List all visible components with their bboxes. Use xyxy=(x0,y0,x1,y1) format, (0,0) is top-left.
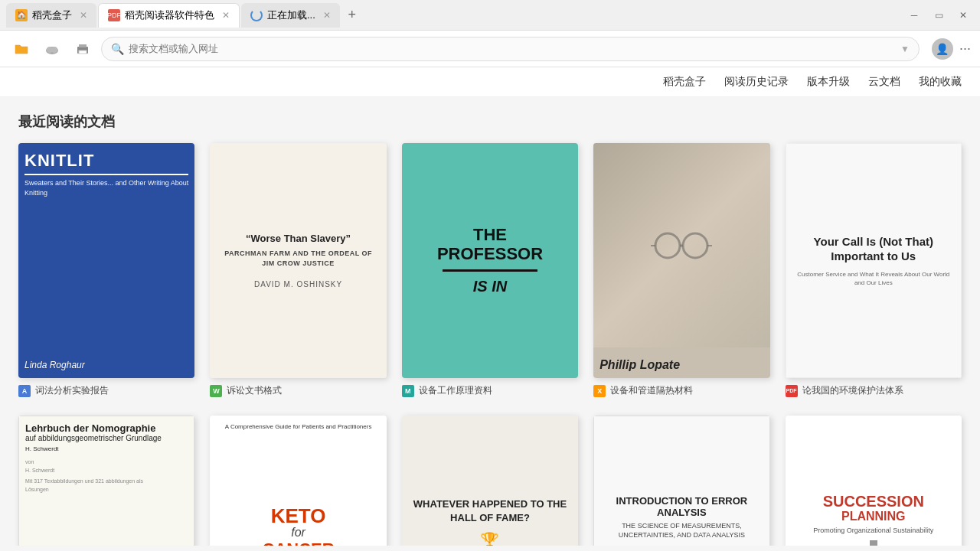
lehrbuch-subtitle: auf abbildungsgeometrischer Grundlage xyxy=(25,434,188,442)
intro-sub: THE SCIENCE OF MEASUREMENTS, UNCERTAINTI… xyxy=(603,521,760,540)
nav-item-history[interactable]: 阅读历史记录 xyxy=(724,75,789,89)
book-item-worse[interactable]: “Worse Than Slavery” Parchman Farm and t… xyxy=(210,143,386,397)
book-cover-professor: THE PROFESSOR IS IN xyxy=(402,143,578,378)
nav-item-home[interactable]: 稻壳盒子 xyxy=(663,75,706,89)
book-item-professor[interactable]: THE PROFESSOR IS IN M 设备工作原理资料 xyxy=(402,143,578,397)
folder-button[interactable] xyxy=(9,37,34,61)
book-item-lopate[interactable]: Phillip Lopate X 设备和管道隔热材料 xyxy=(593,143,769,397)
book-item-yourcall[interactable]: Your Call Is (Not That) Important to Us … xyxy=(786,143,962,397)
book-cover-succession: SUCCESSION PLANNING Promoting Organizati… xyxy=(786,416,962,546)
lehrbuch-author: H. Schwerdt xyxy=(25,445,188,452)
keto-title: KETO xyxy=(216,506,380,526)
file-icon-knitlit: A xyxy=(18,385,31,397)
book-title-lopate: 设备和管道隔热材料 xyxy=(610,384,693,397)
intro-title: INTRODUCTION TO ERROR ANALYSIS xyxy=(603,495,760,518)
tab-loading-icon xyxy=(250,9,263,21)
book-cover-lehrbuch: Lehrbuch der Nomographie auf abbildungsg… xyxy=(18,416,194,546)
keto-guide: A Comprehensive Guide for Patients and P… xyxy=(216,423,380,430)
book-item-knitlit[interactable]: KNITLIT Sweaters and Their Stories... an… xyxy=(18,143,194,397)
book-item-succession[interactable]: SUCCESSION PLANNING Promoting Organizati… xyxy=(786,416,962,546)
file-icon-lopate: X xyxy=(593,385,606,397)
book-grid-row2: Lehrbuch der Nomographie auf abbildungsg… xyxy=(18,416,962,546)
folder-icon xyxy=(15,43,28,55)
book-item-lehrbuch[interactable]: Lehrbuch der Nomographie auf abbildungsg… xyxy=(18,416,194,546)
book-cover-whatever: WHATEVER HAPPENED TO THE HALL OF FAME? 🏆… xyxy=(402,416,578,546)
search-bar[interactable]: 🔍 ▼ xyxy=(101,37,920,61)
book-label-professor: M 设备工作原理资料 xyxy=(402,384,578,397)
glasses-svg xyxy=(651,230,712,261)
svg-rect-5 xyxy=(79,51,87,54)
book-title-worse: 诉讼文书格式 xyxy=(227,384,282,397)
knitlit-title: KNITLIT xyxy=(24,151,188,175)
nav-item-favorites[interactable]: 我的收藏 xyxy=(919,75,962,89)
nav-item-upgrade[interactable]: 版本升级 xyxy=(807,75,850,89)
book-title-yourcall: 论我国的环境保护法体系 xyxy=(802,384,903,397)
knitlit-subtitle: Sweaters and Their Stories... and Other … xyxy=(24,178,188,197)
worse-subtitle: Parchman Farm and the Ordeal of Jim Crow… xyxy=(219,249,377,268)
search-icon: 🔍 xyxy=(111,43,124,55)
book-item-whatever[interactable]: WHATEVER HAPPENED TO THE HALL OF FAME? 🏆… xyxy=(402,416,578,546)
maximize-button[interactable]: ▭ xyxy=(928,7,949,24)
search-input[interactable] xyxy=(129,43,896,54)
book-label-yourcall: PDF 论我国的环境保护法体系 xyxy=(786,384,962,397)
professor-line2: PROFESSOR xyxy=(437,245,543,263)
book-item-intro[interactable]: INTRODUCTION TO ERROR ANALYSIS THE SCIEN… xyxy=(593,416,769,546)
cloud-button[interactable] xyxy=(40,37,64,61)
worse-title: “Worse Than Slavery” xyxy=(246,233,351,244)
keto-for: for xyxy=(216,526,380,540)
professor-bar xyxy=(443,269,537,272)
keto-cancer: CANCER xyxy=(216,540,380,546)
tab-reader-close[interactable]: ✕ xyxy=(222,10,230,21)
more-button[interactable]: ··· xyxy=(959,41,971,57)
avatar[interactable]: 👤 xyxy=(932,38,953,60)
book-cover-lopate: Phillip Lopate xyxy=(593,143,769,378)
yourcall-sub: Customer Service and What It Reveals Abo… xyxy=(794,270,953,287)
book-grid-row1: KNITLIT Sweaters and Their Stories... an… xyxy=(18,143,962,397)
yourcall-title: Your Call Is (Not That) Important to Us xyxy=(794,234,953,264)
tab-home-icon: 🏠 xyxy=(15,9,28,21)
window-controls: ─ ▭ ✕ xyxy=(903,7,974,24)
close-button[interactable]: ✕ xyxy=(952,7,974,24)
section-title: 最近阅读的文档 xyxy=(18,112,962,131)
cloud-icon xyxy=(44,43,60,55)
tab-loading-close[interactable]: ✕ xyxy=(323,10,331,21)
search-dropdown-icon[interactable]: ▼ xyxy=(900,44,910,54)
professor-line1: THE xyxy=(473,226,507,244)
print-icon xyxy=(76,43,90,55)
tab-home-close[interactable]: ✕ xyxy=(80,10,87,21)
succession-image xyxy=(851,540,897,546)
book-cover-knitlit: KNITLIT Sweaters and Their Stories... an… xyxy=(18,143,194,378)
svg-point-7 xyxy=(683,233,707,258)
book-title-professor: 设备工作原理资料 xyxy=(419,384,492,397)
knitlit-author: Linda Roghaur xyxy=(24,360,188,370)
book-cover-keto: A Comprehensive Guide for Patients and P… xyxy=(210,416,386,546)
content-area: 最近阅读的文档 KNITLIT Sweaters and Their Stori… xyxy=(0,97,980,546)
tab-home-label: 稻壳盒子 xyxy=(32,8,72,22)
book-label-lopate: X 设备和管道隔热材料 xyxy=(593,384,769,397)
whatever-title: WHATEVER HAPPENED TO THE HALL OF FAME? xyxy=(410,497,570,525)
tab-reader-icon: PDF xyxy=(108,9,120,21)
book-cover-yourcall: Your Call Is (Not That) Important to Us … xyxy=(786,143,962,378)
minimize-button[interactable]: ─ xyxy=(903,7,925,24)
tab-reader[interactable]: PDF 稻壳阅读器软件特色 ✕ xyxy=(98,3,240,28)
svg-point-6 xyxy=(655,233,680,258)
tab-loading[interactable]: 正在加载... ✕ xyxy=(241,3,340,28)
file-icon-yourcall: PDF xyxy=(786,385,798,397)
succession-planning: PLANNING xyxy=(841,510,906,523)
svg-rect-13 xyxy=(870,540,877,546)
tab-loading-label: 正在加载... xyxy=(267,8,315,22)
book-item-keto[interactable]: A Comprehensive Guide for Patients and P… xyxy=(210,416,386,546)
lopate-glasses xyxy=(593,143,769,347)
svg-point-2 xyxy=(51,47,57,53)
book-title-knitlit: 词法分析实验报告 xyxy=(35,384,109,397)
file-icon-worse: W xyxy=(210,385,222,397)
succession-building-svg xyxy=(851,540,897,546)
add-tab-button[interactable]: + xyxy=(341,5,363,26)
worse-author: DAVID M. OSHINSKY xyxy=(254,280,342,289)
print-button[interactable] xyxy=(70,37,95,61)
nav-item-cloud[interactable]: 云文档 xyxy=(868,75,900,89)
succession-title: SUCCESSION xyxy=(823,493,924,510)
titlebar: 🏠 稻壳盒子 ✕ PDF 稻壳阅读器软件特色 ✕ 正在加载... ✕ + ─ ▭… xyxy=(0,0,980,31)
nav-bar: 稻壳盒子 阅读历史记录 版本升级 云文档 我的收藏 xyxy=(0,67,980,97)
tab-home[interactable]: 🏠 稻壳盒子 ✕ xyxy=(6,3,96,28)
